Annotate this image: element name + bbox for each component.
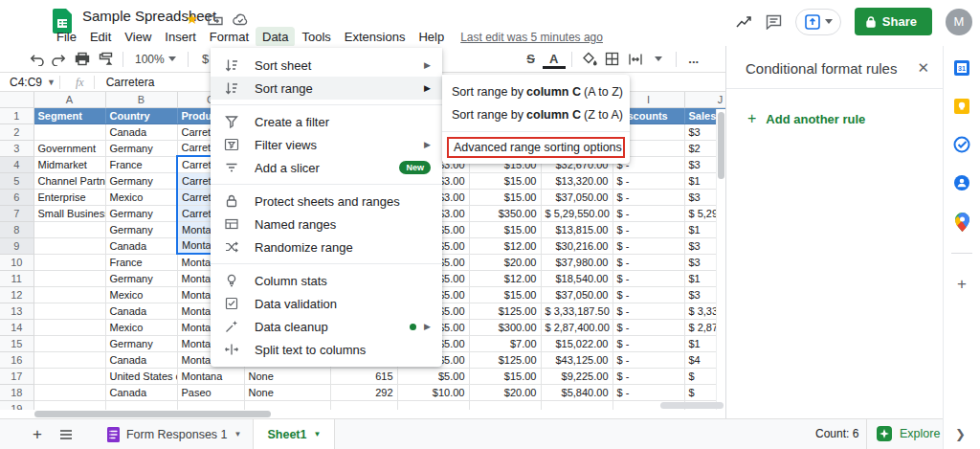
menu-item-split-text[interactable]: Split text to columns [211, 338, 442, 361]
cell[interactable]: $15.00 [469, 286, 541, 303]
row-number[interactable]: 14 [0, 319, 33, 335]
cell[interactable]: $ - [612, 368, 684, 384]
tasks-icon[interactable] [953, 136, 970, 153]
row-number[interactable]: 1 [0, 107, 33, 123]
cell[interactable]: Canada [105, 237, 177, 254]
menu-item-sort-sheet[interactable]: Sort sheet▶ [211, 54, 442, 77]
cell[interactable]: Germany [105, 172, 177, 189]
cell[interactable]: $ 2,87,400.00 [541, 319, 612, 335]
cell[interactable] [469, 400, 541, 410]
fill-color-button[interactable] [578, 48, 601, 71]
formula-input[interactable]: Carretera [95, 76, 155, 89]
cell[interactable]: None [244, 384, 330, 400]
row-number[interactable]: 3 [0, 140, 33, 156]
cell[interactable]: Canada [105, 123, 177, 140]
cell[interactable]: Government [33, 140, 105, 156]
cell[interactable] [105, 400, 177, 410]
present-to-meet-button[interactable] [795, 9, 841, 35]
cell[interactable] [330, 400, 397, 410]
menu-item-column-stats[interactable]: Column stats [211, 269, 442, 292]
row-number[interactable]: 10 [0, 254, 33, 270]
cell[interactable]: $12.00 [469, 237, 541, 254]
more-tools-button[interactable]: ... [682, 48, 705, 71]
tab-dropdown-icon[interactable]: ▼ [234, 430, 242, 438]
cell[interactable]: France [105, 156, 177, 172]
cell[interactable] [33, 351, 105, 368]
cell[interactable]: $ - [612, 237, 684, 254]
cell[interactable]: $12.00 [469, 270, 541, 286]
tab-sheet1[interactable]: Sheet1▼ [253, 419, 335, 449]
horizontal-scrollbar-thumb[interactable] [34, 411, 271, 417]
row-number[interactable]: 12 [0, 286, 33, 303]
cell[interactable]: $ - [612, 319, 684, 335]
row-number[interactable]: 6 [0, 189, 33, 205]
cell[interactable] [33, 254, 105, 270]
maps-icon[interactable] [955, 213, 969, 232]
activity-icon[interactable] [735, 14, 752, 30]
menu-item-add-slicer[interactable]: Add a slicerNew [211, 156, 442, 179]
cell[interactable]: Mexico [105, 286, 177, 303]
cell[interactable]: Germany [105, 270, 177, 286]
cell[interactable]: Paseo [177, 384, 244, 400]
cell[interactable]: France [105, 254, 177, 270]
menu-item-named-ranges[interactable]: Named ranges [211, 213, 442, 236]
select-all-corner[interactable] [0, 92, 33, 107]
cell[interactable] [33, 123, 105, 140]
menu-item-create-filter[interactable]: Create a filter [211, 110, 442, 133]
cell[interactable]: Germany [105, 140, 177, 156]
row-number[interactable]: 19 [0, 400, 33, 410]
cell[interactable]: $ 5,29,550.00 [541, 205, 612, 221]
cell[interactable]: $15.00 [469, 368, 541, 384]
cell[interactable]: $5.00 [397, 368, 469, 384]
cell[interactable]: $20.00 [469, 254, 541, 270]
borders-button[interactable] [601, 48, 624, 71]
horizontal-scrollbar-right[interactable] [660, 402, 724, 409]
cell[interactable] [33, 270, 105, 286]
count-status[interactable]: Count: 6 [815, 427, 858, 440]
cell[interactable]: Germany [105, 335, 177, 351]
cell[interactable]: Segment [33, 107, 105, 123]
merge-cells-button[interactable] [624, 48, 647, 71]
cell[interactable]: $20.00 [469, 384, 541, 400]
cell[interactable] [33, 335, 105, 351]
menu-extensions[interactable]: Extensions [338, 27, 412, 47]
column-letter[interactable]: B [105, 92, 177, 107]
cell[interactable]: $ - [612, 286, 684, 303]
menu-help[interactable]: Help [412, 27, 451, 47]
cell[interactable]: $ - [612, 221, 684, 237]
cell[interactable]: Canada [105, 351, 177, 368]
strikethrough-button[interactable]: S [520, 48, 543, 71]
cell[interactable]: $7.00 [469, 335, 541, 351]
submenu-item-advanced-sorting[interactable]: Advanced range sorting options [447, 137, 625, 158]
cell[interactable]: $125.00 [469, 303, 541, 319]
cell[interactable] [33, 237, 105, 254]
cell[interactable] [177, 400, 244, 410]
namebox-dropdown-icon[interactable]: ▼ [47, 78, 59, 87]
cell[interactable] [33, 221, 105, 237]
close-icon[interactable]: ✕ [917, 59, 929, 77]
cell[interactable]: $ - [612, 351, 684, 368]
menu-item-sort-range[interactable]: Sort range▶ [211, 77, 442, 100]
cell[interactable]: $ - [612, 172, 684, 189]
menu-item-randomize-range[interactable]: Randomize range [211, 236, 442, 258]
cell[interactable]: $ - [612, 254, 684, 270]
cell[interactable]: United States of [105, 368, 177, 384]
menu-file[interactable]: File [50, 27, 83, 47]
row-number[interactable]: 18 [0, 384, 33, 400]
cell[interactable]: None [244, 368, 330, 384]
menu-format[interactable]: Format [203, 27, 256, 47]
contacts-icon[interactable] [953, 174, 970, 191]
submenu-item-sort-za[interactable]: Sort range by column C (Z to A) [442, 103, 630, 126]
cell[interactable] [33, 303, 105, 319]
cell[interactable]: $43,125.00 [541, 351, 612, 368]
cell[interactable]: 615 [330, 368, 397, 384]
cell[interactable]: Channel Partner [33, 172, 105, 189]
explore-button[interactable]: Explore [866, 418, 943, 449]
cell[interactable]: $10.00 [397, 384, 469, 400]
cell[interactable]: $15.00 [469, 189, 541, 205]
menu-data[interactable]: Data [256, 27, 295, 47]
row-number[interactable]: 11 [0, 270, 33, 286]
cell[interactable] [33, 400, 105, 410]
cell[interactable]: $30,216.00 [541, 237, 612, 254]
cell[interactable]: $ - [612, 189, 684, 205]
